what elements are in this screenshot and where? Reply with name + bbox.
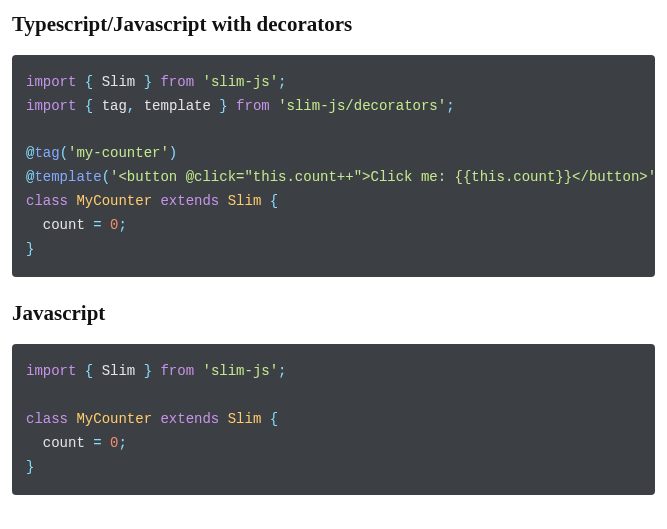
code-token	[93, 98, 101, 114]
code-token: import	[26, 98, 76, 114]
code-token	[93, 74, 101, 90]
code-token	[135, 98, 143, 114]
code-token: }	[219, 98, 227, 114]
code-token	[26, 217, 43, 233]
code-token	[135, 74, 143, 90]
code-token: ;	[118, 435, 126, 451]
code-token: ;	[278, 363, 286, 379]
code-token: 'slim-js'	[202, 363, 278, 379]
code-token	[261, 193, 269, 209]
code-token: 'slim-js'	[202, 74, 278, 90]
code-token: from	[160, 363, 194, 379]
code-line: count = 0;	[26, 435, 127, 451]
code-token: count	[43, 217, 85, 233]
code-token	[102, 435, 110, 451]
code-token: MyCounter	[76, 193, 152, 209]
code-line: }	[26, 459, 34, 475]
code-token: tag	[34, 145, 59, 161]
code-token: MyCounter	[76, 411, 152, 427]
code-token: Slim	[228, 193, 262, 209]
code-token	[228, 98, 236, 114]
code-token: (	[60, 145, 68, 161]
code-token: =	[93, 435, 101, 451]
code-token	[76, 98, 84, 114]
code-token: {	[85, 74, 93, 90]
section-heading: Typescript/Javascript with decorators	[12, 12, 655, 37]
code-line: }	[26, 241, 34, 257]
code-token: Slim	[102, 74, 136, 90]
code-token: 'slim-js/decorators'	[278, 98, 446, 114]
code-token: )	[169, 145, 177, 161]
code-line: count = 0;	[26, 217, 127, 233]
code-token: template	[144, 98, 211, 114]
code-token: }	[26, 459, 34, 475]
code-token: import	[26, 363, 76, 379]
code-token	[85, 435, 93, 451]
code-line: class MyCounter extends Slim {	[26, 193, 278, 209]
code-token	[85, 217, 93, 233]
code-token: }	[144, 363, 152, 379]
code-token	[270, 98, 278, 114]
code-token: class	[26, 411, 68, 427]
code-token	[219, 411, 227, 427]
section-heading: Javascript	[12, 301, 655, 326]
code-token: ;	[446, 98, 454, 114]
code-token	[76, 363, 84, 379]
code-token: extends	[160, 411, 219, 427]
code-token: tag	[102, 98, 127, 114]
code-token: template	[34, 169, 101, 185]
code-token: }	[26, 241, 34, 257]
code-token	[135, 363, 143, 379]
code-token: import	[26, 74, 76, 90]
code-token: =	[93, 217, 101, 233]
code-token	[102, 217, 110, 233]
code-line: @tag('my-counter')	[26, 145, 177, 161]
code-line: @template('<button @click="this.count++"…	[26, 169, 655, 185]
code-token	[26, 435, 43, 451]
code-line: class MyCounter extends Slim {	[26, 411, 278, 427]
code-line: import { tag, template } from 'slim-js/d…	[26, 98, 455, 114]
code-token: Slim	[102, 363, 136, 379]
code-token: count	[43, 435, 85, 451]
code-token	[219, 193, 227, 209]
code-token: {	[85, 98, 93, 114]
code-token: {	[270, 193, 278, 209]
code-token: from	[236, 98, 270, 114]
document-root: Typescript/Javascript with decoratorsimp…	[12, 12, 655, 495]
code-token: ;	[118, 217, 126, 233]
code-token: '<button @click="this.count++">Click me:…	[110, 169, 655, 185]
code-block: import { Slim } from 'slim-js'; import {…	[12, 55, 655, 277]
code-token	[93, 363, 101, 379]
code-line: import { Slim } from 'slim-js';	[26, 363, 287, 379]
code-token: }	[144, 74, 152, 90]
code-token: ,	[127, 98, 135, 114]
code-token: Slim	[228, 411, 262, 427]
code-token: 'my-counter'	[68, 145, 169, 161]
code-token: class	[26, 193, 68, 209]
code-token: extends	[160, 193, 219, 209]
code-token: ;	[278, 74, 286, 90]
code-block: import { Slim } from 'slim-js'; class My…	[12, 344, 655, 495]
code-token: {	[85, 363, 93, 379]
code-token: {	[270, 411, 278, 427]
code-token	[261, 411, 269, 427]
code-token: from	[160, 74, 194, 90]
code-line: import { Slim } from 'slim-js';	[26, 74, 287, 90]
code-token: (	[102, 169, 110, 185]
code-token	[76, 74, 84, 90]
